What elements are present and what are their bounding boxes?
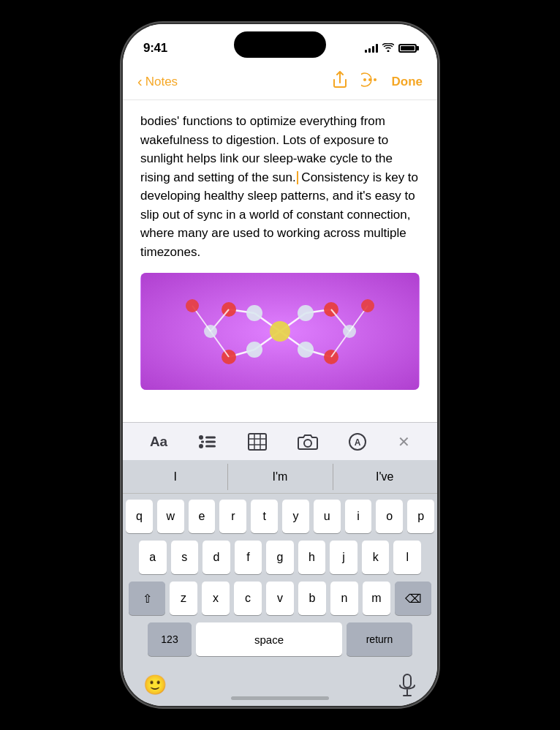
molecule-image [140, 273, 420, 390]
microphone-button[interactable] [398, 674, 417, 702]
key-h[interactable]: h [298, 541, 326, 574]
key-n[interactable]: n [330, 582, 358, 615]
table-button[interactable] [242, 427, 273, 456]
status-icons [365, 43, 417, 54]
back-label: Notes [145, 75, 178, 89]
predictive-item-3[interactable]: I've [333, 460, 437, 493]
key-a[interactable]: a [139, 541, 167, 574]
table-icon [248, 433, 267, 451]
space-key[interactable]: space [196, 622, 342, 656]
key-r[interactable]: r [219, 500, 246, 533]
key-v[interactable]: v [266, 582, 294, 615]
more-button[interactable] [361, 71, 379, 92]
numbers-key[interactable]: 123 [148, 622, 192, 656]
note-body: bodies' functions to optimize everything… [140, 112, 420, 261]
predictive-text-3: I've [376, 470, 393, 483]
svg-point-14 [246, 305, 262, 321]
key-k[interactable]: k [362, 541, 390, 574]
predictive-item-1[interactable]: I [123, 460, 227, 493]
key-q[interactable]: q [126, 500, 153, 533]
key-e[interactable]: e [189, 500, 216, 533]
svg-point-32 [199, 435, 203, 440]
key-g[interactable]: g [266, 541, 294, 574]
dynamic-island [234, 31, 326, 58]
key-y[interactable]: y [282, 500, 309, 533]
done-button[interactable]: Done [392, 75, 423, 89]
text-cursor [297, 171, 298, 184]
svg-point-2 [374, 78, 377, 81]
keyboard-row-2: a s d f g h j k l [126, 541, 434, 574]
svg-point-29 [186, 299, 199, 312]
svg-rect-36 [201, 440, 204, 443]
key-x[interactable]: x [202, 582, 230, 615]
svg-rect-35 [205, 445, 216, 447]
keyboard-row-3: ⇧ z x c v b n m ⌫ [126, 582, 434, 615]
shift-key[interactable]: ⇧ [129, 582, 165, 615]
keyboard-row-4: 123 space return [126, 622, 434, 656]
font-format-icon: Aa [150, 434, 167, 450]
svg-rect-37 [205, 440, 216, 443]
back-chevron-icon: ‹ [137, 73, 143, 90]
markup-button[interactable]: A [342, 426, 373, 457]
svg-rect-33 [205, 436, 216, 438]
signal-icon [365, 44, 378, 53]
emoji-button[interactable]: 🙂 [143, 674, 167, 696]
markup-icon: A [348, 432, 367, 451]
predictive-item-2[interactable]: I'm [227, 460, 332, 493]
list-button[interactable] [192, 428, 223, 456]
key-s[interactable]: s [171, 541, 199, 574]
nav-bar: ‹ Notes Done [123, 64, 437, 100]
battery-icon [398, 44, 417, 53]
key-i[interactable]: i [345, 500, 372, 533]
key-u[interactable]: u [314, 500, 341, 533]
key-t[interactable]: t [251, 500, 278, 533]
keyboard: q w e r t y u i o p a s d f g h j k l ⇧ … [123, 494, 437, 666]
camera-button[interactable] [292, 427, 324, 456]
close-icon: ✕ [398, 433, 410, 451]
nav-actions: Done [332, 71, 423, 92]
key-w[interactable]: w [157, 500, 184, 533]
key-f[interactable]: f [235, 541, 262, 574]
svg-rect-38 [249, 434, 266, 450]
predictive-text-2: I'm [273, 470, 288, 483]
delete-key[interactable]: ⌫ [395, 582, 431, 615]
key-l[interactable]: l [393, 541, 421, 574]
svg-rect-46 [404, 674, 411, 688]
key-o[interactable]: o [376, 500, 403, 533]
svg-point-13 [270, 321, 290, 342]
key-b[interactable]: b [298, 582, 326, 615]
note-content[interactable]: bodies' functions to optimize everything… [123, 100, 437, 422]
formatting-toolbar: Aa [123, 422, 437, 460]
svg-point-0 [363, 78, 366, 81]
status-time: 9:41 [143, 41, 167, 56]
key-p[interactable]: p [407, 500, 434, 533]
font-format-button[interactable]: Aa [144, 428, 173, 456]
predictive-text-1: I [173, 470, 176, 483]
list-icon [198, 434, 217, 450]
key-j[interactable]: j [330, 541, 357, 574]
svg-point-16 [246, 342, 262, 358]
svg-text:A: A [355, 437, 361, 448]
share-button[interactable] [332, 71, 348, 92]
key-z[interactable]: z [170, 582, 197, 615]
svg-point-15 [298, 305, 314, 321]
key-m[interactable]: m [363, 582, 390, 615]
svg-point-43 [304, 440, 311, 447]
camera-icon [298, 433, 318, 451]
key-c[interactable]: c [234, 582, 262, 615]
key-d[interactable]: d [203, 541, 230, 574]
home-indicator [231, 696, 329, 700]
keyboard-row-1: q w e r t y u i o p [126, 500, 434, 533]
predictive-text-bar: I I'm I've [123, 460, 437, 494]
close-button[interactable]: ✕ [392, 427, 416, 456]
svg-point-31 [361, 299, 374, 312]
svg-point-17 [298, 342, 314, 358]
wifi-icon [382, 43, 394, 54]
status-bar: 9:41 [123, 24, 437, 64]
back-button[interactable]: ‹ Notes [137, 74, 178, 90]
svg-point-34 [199, 444, 203, 448]
return-key[interactable]: return [347, 622, 412, 656]
